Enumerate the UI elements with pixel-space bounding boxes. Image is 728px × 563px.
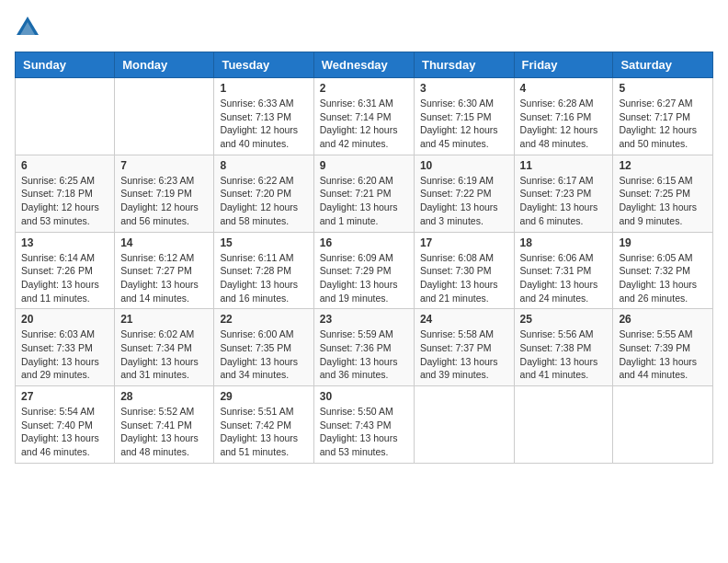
calendar-cell: 6Sunrise: 6:25 AM Sunset: 7:18 PM Daylig… (16, 155, 115, 232)
calendar-cell: 29Sunrise: 5:51 AM Sunset: 7:42 PM Dayli… (214, 386, 313, 464)
day-of-week-header: Friday (514, 52, 613, 78)
week-row: 27Sunrise: 5:54 AM Sunset: 7:40 PM Dayli… (16, 386, 713, 464)
calendar-cell: 12Sunrise: 6:15 AM Sunset: 7:25 PM Dayli… (613, 155, 713, 232)
day-info: Sunrise: 5:55 AM Sunset: 7:39 PM Dayligh… (619, 327, 707, 382)
day-of-week-header: Thursday (414, 52, 514, 78)
day-of-week-header: Tuesday (214, 52, 313, 78)
day-number: 12 (619, 159, 707, 172)
calendar-cell: 5Sunrise: 6:27 AM Sunset: 7:17 PM Daylig… (613, 78, 713, 155)
calendar-cell: 1Sunrise: 6:33 AM Sunset: 7:13 PM Daylig… (214, 78, 313, 155)
day-info: Sunrise: 6:11 AM Sunset: 7:28 PM Dayligh… (220, 251, 307, 305)
calendar-cell: 19Sunrise: 6:05 AM Sunset: 7:32 PM Dayli… (613, 232, 713, 309)
calendar-cell (115, 78, 214, 155)
calendar-cell: 4Sunrise: 6:28 AM Sunset: 7:16 PM Daylig… (514, 78, 613, 155)
day-info: Sunrise: 6:02 AM Sunset: 7:34 PM Dayligh… (120, 327, 208, 382)
calendar-cell: 25Sunrise: 5:56 AM Sunset: 7:38 PM Dayli… (514, 309, 613, 386)
day-info: Sunrise: 6:19 AM Sunset: 7:22 PM Dayligh… (420, 174, 508, 228)
week-row: 13Sunrise: 6:14 AM Sunset: 7:26 PM Dayli… (16, 232, 713, 309)
day-info: Sunrise: 6:23 AM Sunset: 7:19 PM Dayligh… (120, 174, 208, 228)
day-info: Sunrise: 5:54 AM Sunset: 7:40 PM Dayligh… (21, 405, 108, 459)
day-number: 23 (320, 313, 408, 326)
calendar-cell: 16Sunrise: 6:09 AM Sunset: 7:29 PM Dayli… (313, 232, 414, 309)
day-info: Sunrise: 6:03 AM Sunset: 7:33 PM Dayligh… (21, 327, 108, 382)
day-number: 4 (520, 82, 608, 95)
day-info: Sunrise: 5:58 AM Sunset: 7:37 PM Dayligh… (420, 327, 508, 382)
day-number: 8 (220, 159, 307, 172)
day-info: Sunrise: 6:33 AM Sunset: 7:13 PM Dayligh… (220, 97, 307, 151)
day-number: 21 (120, 313, 208, 326)
day-number: 26 (619, 313, 707, 326)
day-number: 25 (520, 313, 608, 326)
calendar-cell: 8Sunrise: 6:22 AM Sunset: 7:20 PM Daylig… (214, 155, 313, 232)
day-number: 30 (320, 390, 408, 403)
calendar-cell: 14Sunrise: 6:12 AM Sunset: 7:27 PM Dayli… (115, 232, 214, 309)
week-row: 1Sunrise: 6:33 AM Sunset: 7:13 PM Daylig… (16, 78, 713, 155)
calendar-cell: 20Sunrise: 6:03 AM Sunset: 7:33 PM Dayli… (16, 309, 115, 386)
day-info: Sunrise: 6:20 AM Sunset: 7:21 PM Dayligh… (320, 174, 408, 228)
calendar-cell: 26Sunrise: 5:55 AM Sunset: 7:39 PM Dayli… (613, 309, 713, 386)
day-number: 27 (21, 390, 108, 403)
day-number: 28 (120, 390, 208, 403)
day-info: Sunrise: 6:12 AM Sunset: 7:27 PM Dayligh… (120, 251, 208, 305)
day-info: Sunrise: 6:15 AM Sunset: 7:25 PM Dayligh… (619, 174, 707, 228)
calendar-cell: 3Sunrise: 6:30 AM Sunset: 7:15 PM Daylig… (414, 78, 514, 155)
calendar-cell: 22Sunrise: 6:00 AM Sunset: 7:35 PM Dayli… (214, 309, 313, 386)
day-number: 16 (320, 236, 408, 249)
calendar-cell: 18Sunrise: 6:06 AM Sunset: 7:31 PM Dayli… (514, 232, 613, 309)
day-number: 19 (619, 236, 707, 249)
calendar-cell: 9Sunrise: 6:20 AM Sunset: 7:21 PM Daylig… (313, 155, 414, 232)
logo-icon (15, 15, 40, 40)
day-number: 10 (420, 159, 508, 172)
day-of-week-header: Wednesday (313, 52, 414, 78)
calendar-cell: 10Sunrise: 6:19 AM Sunset: 7:22 PM Dayli… (414, 155, 514, 232)
day-info: Sunrise: 5:56 AM Sunset: 7:38 PM Dayligh… (520, 327, 608, 382)
day-info: Sunrise: 6:27 AM Sunset: 7:17 PM Dayligh… (619, 97, 707, 151)
day-info: Sunrise: 5:51 AM Sunset: 7:42 PM Dayligh… (220, 405, 307, 459)
calendar-cell: 23Sunrise: 5:59 AM Sunset: 7:36 PM Dayli… (313, 309, 414, 386)
day-number: 15 (220, 236, 307, 249)
day-number: 3 (420, 82, 508, 95)
day-info: Sunrise: 5:52 AM Sunset: 7:41 PM Dayligh… (120, 405, 208, 459)
week-row: 6Sunrise: 6:25 AM Sunset: 7:18 PM Daylig… (16, 155, 713, 232)
calendar-cell (613, 386, 713, 464)
day-number: 22 (220, 313, 307, 326)
day-of-week-header: Sunday (16, 52, 115, 78)
calendar-cell: 30Sunrise: 5:50 AM Sunset: 7:43 PM Dayli… (313, 386, 414, 464)
day-info: Sunrise: 6:28 AM Sunset: 7:16 PM Dayligh… (520, 97, 608, 151)
day-info: Sunrise: 6:05 AM Sunset: 7:32 PM Dayligh… (619, 251, 707, 305)
day-info: Sunrise: 5:50 AM Sunset: 7:43 PM Dayligh… (320, 405, 408, 459)
day-info: Sunrise: 6:14 AM Sunset: 7:26 PM Dayligh… (21, 251, 108, 305)
calendar-cell: 21Sunrise: 6:02 AM Sunset: 7:34 PM Dayli… (115, 309, 214, 386)
day-number: 29 (220, 390, 307, 403)
day-info: Sunrise: 6:00 AM Sunset: 7:35 PM Dayligh… (220, 327, 307, 382)
day-info: Sunrise: 5:59 AM Sunset: 7:36 PM Dayligh… (320, 327, 408, 382)
calendar-cell: 24Sunrise: 5:58 AM Sunset: 7:37 PM Dayli… (414, 309, 514, 386)
day-of-week-header: Monday (115, 52, 214, 78)
calendar-cell (16, 78, 115, 155)
week-row: 20Sunrise: 6:03 AM Sunset: 7:33 PM Dayli… (16, 309, 713, 386)
calendar-cell: 2Sunrise: 6:31 AM Sunset: 7:14 PM Daylig… (313, 78, 414, 155)
calendar-header-row: SundayMondayTuesdayWednesdayThursdayFrid… (16, 52, 713, 78)
day-info: Sunrise: 6:25 AM Sunset: 7:18 PM Dayligh… (21, 174, 108, 228)
day-number: 7 (120, 159, 208, 172)
day-info: Sunrise: 6:17 AM Sunset: 7:23 PM Dayligh… (520, 174, 608, 228)
day-number: 17 (420, 236, 508, 249)
day-number: 24 (420, 313, 508, 326)
day-number: 1 (220, 82, 307, 95)
calendar-cell (414, 386, 514, 464)
calendar-cell: 13Sunrise: 6:14 AM Sunset: 7:26 PM Dayli… (16, 232, 115, 309)
day-info: Sunrise: 6:30 AM Sunset: 7:15 PM Dayligh… (420, 97, 508, 151)
calendar-cell: 27Sunrise: 5:54 AM Sunset: 7:40 PM Dayli… (16, 386, 115, 464)
day-number: 13 (21, 236, 108, 249)
day-of-week-header: Saturday (613, 52, 713, 78)
logo (15, 15, 44, 40)
day-number: 20 (21, 313, 108, 326)
calendar-table: SundayMondayTuesdayWednesdayThursdayFrid… (15, 52, 713, 464)
day-info: Sunrise: 6:22 AM Sunset: 7:20 PM Dayligh… (220, 174, 307, 228)
calendar-cell: 11Sunrise: 6:17 AM Sunset: 7:23 PM Dayli… (514, 155, 613, 232)
day-info: Sunrise: 6:08 AM Sunset: 7:30 PM Dayligh… (420, 251, 508, 305)
calendar-cell (514, 386, 613, 464)
day-number: 14 (120, 236, 208, 249)
day-number: 9 (320, 159, 408, 172)
day-number: 11 (520, 159, 608, 172)
